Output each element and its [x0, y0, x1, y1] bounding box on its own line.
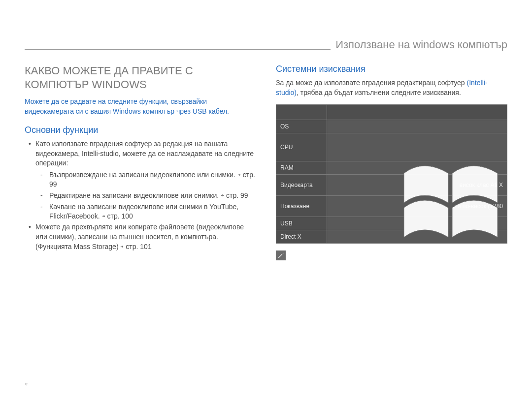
table-header-left	[276, 105, 327, 120]
chapter-title: Използване на windows компютър	[331, 38, 507, 51]
right-column: Системни изисквания За да може да използ…	[276, 64, 507, 261]
row-label-directx: Direct X	[276, 230, 327, 244]
table-row: CPU	[276, 133, 507, 161]
dash-item: Качване на записани видеоклипове или сни…	[49, 202, 256, 221]
note-icon	[276, 250, 286, 260]
page-number: ￮	[25, 380, 28, 387]
row-label-os: OS	[276, 120, 327, 133]
section-title: КАКВО МОЖЕТЕ ДА ПРАВИТЕ С КОМПЮТЪР WINDO…	[25, 64, 256, 91]
row-value-os	[327, 120, 507, 133]
dash-item: Редактиране на записани видеоклипове или…	[49, 191, 256, 200]
row-value-display: ли по-висок (1280	[327, 196, 507, 217]
table-header-right	[327, 105, 507, 120]
table-row: USB	[276, 217, 507, 230]
sub-heading-system-req: Системни изисквания	[276, 64, 507, 74]
row-value-cpu	[327, 133, 507, 161]
intro-plain: За да може да използвате вградения редак…	[276, 79, 467, 87]
bullet-item: Като използвате вградения софтуер за ред…	[35, 139, 256, 220]
row-value-usb	[327, 217, 507, 230]
sub-heading-main-functions: Основни функции	[25, 125, 256, 135]
requirements-table-wrap: OS CPU RAM Видеокарта	[276, 104, 507, 244]
section-intro: Можете да се радвате на следните функции…	[25, 97, 256, 116]
dash-item: Възпроизвеждане на записани видеоклипове…	[49, 170, 256, 189]
table-row: Видеокарта висок клас Ati X	[276, 175, 507, 196]
bullet-item: Можете да прехвърляте или копирате файло…	[35, 222, 256, 251]
row-label-ram: RAM	[276, 161, 327, 175]
row-value-directx	[327, 230, 507, 244]
table-row: OS	[276, 120, 507, 133]
table-row: RAM	[276, 161, 507, 175]
dash-list: Възпроизвеждане на записани видеоклипове…	[35, 170, 256, 220]
bullet-list: Като използвате вградения софтуер за ред…	[25, 139, 256, 251]
row-label-usb: USB	[276, 217, 327, 230]
bullet-text: Като използвате вградения софтуер за ред…	[35, 140, 254, 167]
intro-tail: , трябва да бъдат изпълнени следните изи…	[297, 89, 461, 96]
requirements-table: OS CPU RAM Видеокарта	[276, 104, 507, 244]
row-value-gpu: висок клас Ati X	[327, 175, 507, 196]
row-label-display: Показване	[276, 196, 327, 217]
row-label-cpu: CPU	[276, 133, 327, 161]
row-value-ram	[327, 161, 507, 175]
row-label-gpu: Видеокарта	[276, 175, 327, 196]
left-column: КАКВО МОЖЕТЕ ДА ПРАВИТЕ С КОМПЮТЪР WINDO…	[25, 64, 256, 261]
system-req-intro: За да може да използвате вградения редак…	[276, 78, 507, 97]
table-row: Показване ли по-висок (1280	[276, 196, 507, 217]
table-row: Direct X	[276, 230, 507, 244]
